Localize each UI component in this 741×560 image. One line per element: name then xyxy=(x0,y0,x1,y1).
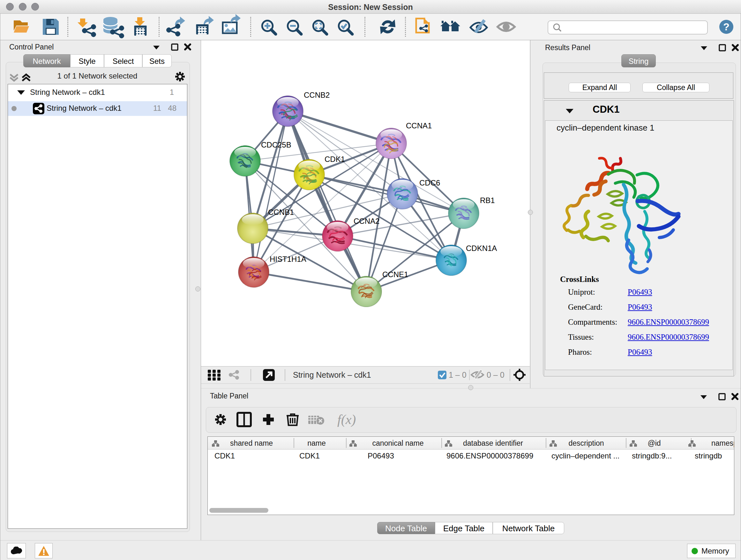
svg-text:CDC6: CDC6 xyxy=(419,179,440,187)
svg-text:0 – 0: 0 – 0 xyxy=(487,370,504,379)
svg-text:shared name: shared name xyxy=(230,439,273,447)
svg-text:CCNA2: CCNA2 xyxy=(354,217,380,226)
svg-text:database identifier: database identifier xyxy=(463,439,523,447)
svg-text:f(x): f(x) xyxy=(337,412,356,427)
svg-text:1 – 0: 1 – 0 xyxy=(449,370,467,379)
svg-text:CDC25B: CDC25B xyxy=(261,140,291,149)
svg-text:canonical name: canonical name xyxy=(372,439,423,447)
svg-text:RB1: RB1 xyxy=(480,196,495,205)
svg-text:CCNA1: CCNA1 xyxy=(406,121,432,130)
svg-text:CDKN1A: CDKN1A xyxy=(466,244,497,253)
svg-text:name: name xyxy=(307,439,326,447)
svg-text:CDK1: CDK1 xyxy=(325,155,345,164)
svg-text:namespace: namespace xyxy=(711,439,734,447)
svg-text:?: ? xyxy=(723,21,730,33)
svg-text:CCNB2: CCNB2 xyxy=(304,91,330,99)
svg-text:CCNE1: CCNE1 xyxy=(382,270,408,279)
svg-text:description: description xyxy=(568,439,604,447)
svg-text:CCNB1: CCNB1 xyxy=(268,208,294,216)
svg-text:HIST1H1A: HIST1H1A xyxy=(270,255,307,263)
svg-text:String Network – cdk1: String Network – cdk1 xyxy=(293,370,371,379)
svg-text:@id: @id xyxy=(648,439,661,447)
